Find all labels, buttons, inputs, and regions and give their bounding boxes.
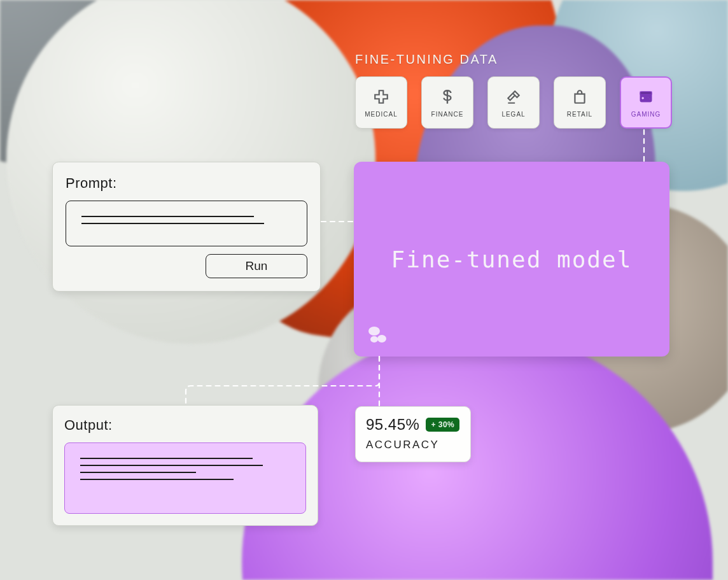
- svg-point-5: [370, 336, 378, 343]
- tile-label: FINANCE: [431, 111, 464, 118]
- accuracy-delta-badge: + 30%: [426, 418, 459, 432]
- tile-label: RETAIL: [567, 111, 592, 118]
- output-title: Output:: [64, 417, 306, 434]
- placeholder-line: [80, 458, 253, 459]
- accuracy-label: ACCURACY: [366, 439, 460, 451]
- prompt-title: Prompt:: [66, 175, 307, 192]
- prompt-input[interactable]: [66, 201, 307, 246]
- tile-legal[interactable]: LEGAL: [487, 76, 540, 129]
- dollar-icon: [438, 88, 456, 106]
- tile-label: GAMING: [631, 111, 661, 118]
- tile-retail[interactable]: RETAIL: [554, 76, 606, 129]
- svg-point-2: [649, 98, 650, 99]
- tile-label: LEGAL: [501, 111, 525, 118]
- section-title: FINE-TUNING DATA: [355, 52, 498, 67]
- accuracy-value: 95.45%: [366, 416, 419, 434]
- brand-logo-icon: [368, 325, 387, 344]
- placeholder-line: [80, 479, 234, 480]
- model-title: Fine-tuned model: [391, 246, 633, 272]
- tile-medical[interactable]: MEDICAL: [355, 76, 407, 129]
- gavel-icon: [505, 88, 522, 106]
- run-button[interactable]: Run: [206, 254, 307, 278]
- placeholder-line: [81, 223, 264, 224]
- tile-label: MEDICAL: [365, 111, 397, 118]
- svg-point-4: [368, 327, 380, 336]
- model-card: Fine-tuned model: [354, 162, 669, 357]
- gamepad-icon: [637, 88, 655, 106]
- output-card: Output:: [52, 405, 318, 526]
- placeholder-line: [81, 216, 254, 217]
- domain-tiles: MEDICAL FINANCE LEGAL: [355, 76, 672, 129]
- shopping-bag-icon: [571, 88, 589, 106]
- placeholder-line: [80, 472, 196, 473]
- svg-rect-3: [640, 92, 651, 94]
- prompt-card: Prompt: Run: [52, 162, 321, 292]
- svg-point-1: [648, 97, 649, 98]
- tile-gaming[interactable]: GAMING: [620, 76, 672, 129]
- plus-medical-icon: [372, 88, 390, 106]
- svg-point-6: [377, 335, 386, 343]
- accuracy-card: 95.45% + 30% ACCURACY: [355, 406, 471, 462]
- output-display: [64, 442, 306, 514]
- tile-finance[interactable]: FINANCE: [421, 76, 473, 129]
- placeholder-line: [80, 465, 263, 466]
